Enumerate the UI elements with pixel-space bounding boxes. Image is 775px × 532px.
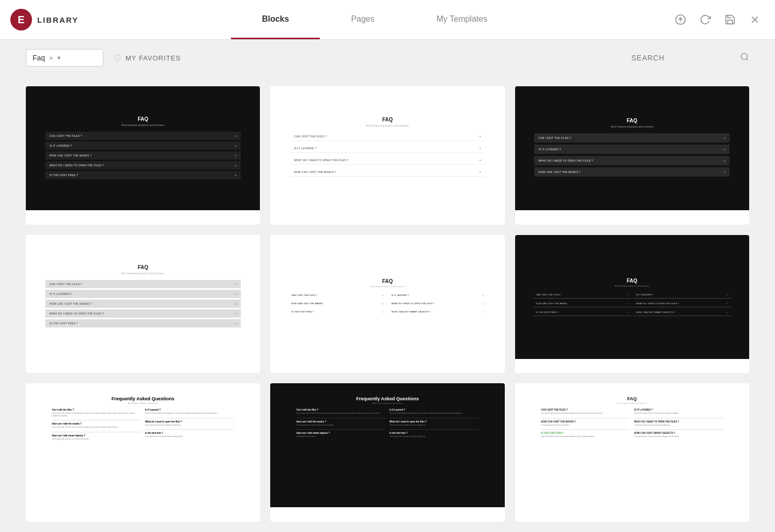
card3-row3: WHAT DO I NEED TO OPEN THE FILES ?+ (534, 156, 730, 165)
card1-subtitle: Most frequent questions and answers (45, 123, 241, 127)
card5-row4: WHAT DO I NEED TO OPEN THE FILES ?○ (388, 300, 487, 307)
card1-row5: IS THE FONT FREE ?+ (45, 171, 241, 179)
card6-row3: HOW CAN I EDIT THE MASKS○ (533, 300, 631, 307)
header: E LIBRARY Blocks Pages My Templates (0, 0, 775, 40)
logo-icon: E (10, 9, 32, 30)
svg-point-4 (741, 53, 747, 59)
card9-title: FAQ (541, 396, 723, 401)
category-clear[interactable]: × (49, 54, 53, 62)
tab-my-templates[interactable]: My Templates (406, 0, 518, 39)
card6-subtitle: Most frequent questions and answers (533, 285, 731, 287)
card7-title: Frequently Asked Questions (52, 396, 234, 401)
card7-subtitle: Most frequent questions and answers (52, 402, 234, 404)
category-dropdown-icon[interactable]: ▾ (57, 54, 60, 61)
card9-subtitle: Most frequent questions and answers (541, 402, 723, 404)
card2-title: FAQ (290, 117, 485, 122)
card4-row2: IS IT LAYERED ?+ (45, 290, 241, 298)
template-grid: FAQ Most frequent questions and answers … (0, 76, 775, 532)
card6-title: FAQ (533, 278, 731, 284)
card1-row1: CAN I EDIT THE FILES ?+ (45, 132, 241, 140)
favorites-label: MY FAVORITES (126, 54, 181, 62)
card5-subtitle: Most frequent questions and answers (288, 285, 487, 288)
card4-title: FAQ (45, 264, 241, 270)
upload-icon[interactable] (673, 12, 688, 27)
template-card-8[interactable]: Frequently Asked Questions Most frequent… (270, 383, 504, 522)
template-card-7[interactable]: Frequently Asked Questions Most frequent… (26, 383, 260, 522)
favorites-button[interactable]: ♡ MY FAVORITES (114, 53, 181, 63)
card3-subtitle: Most frequent questions and answers (534, 125, 730, 128)
card5-row3: HOW CAN I EDIT THE MASKS○ (288, 300, 386, 307)
category-select[interactable]: Faq × ▾ (26, 49, 103, 67)
card6-row2: IS IT LAYERED ?○ (633, 291, 732, 299)
card8-subtitle: Most frequent questions and answers (297, 402, 479, 404)
template-card-3[interactable]: FAQ Most frequent questions and answers … (515, 86, 749, 225)
header-icons (660, 12, 775, 27)
card3-row4: HOW CAN I EDIT THE MASKS ?+ (534, 167, 730, 177)
card4-subtitle: Most frequent questions and answers (45, 272, 241, 275)
card5-row6: HOW I CAN EDIT SMART OBJECTS ?○ (388, 308, 487, 315)
card2-row3: WHAT DO I NEED TO OPEN THE FILES ?+ (290, 156, 485, 165)
card4-row3: HOW CAN I EDIT THE MASKS ?+ (45, 300, 241, 308)
tab-pages[interactable]: Pages (320, 0, 405, 39)
logo-text: LIBRARY (37, 15, 79, 24)
heart-icon: ♡ (114, 53, 121, 63)
card4-row4: WHAT DO I NEED TO OPEN THE FILES ?+ (45, 309, 241, 318)
card4-row5: IS THE FONT FREE ?+ (45, 319, 241, 327)
card6-row1: CAN I EDIT THE FILES ?○ (533, 291, 631, 299)
search-input[interactable] (631, 54, 735, 62)
card5-row5: IS THE FONT FREE ?○ (288, 308, 386, 315)
card2-row4: HOW CAN I EDIT THE MASKS ?+ (290, 168, 485, 177)
save-icon[interactable] (723, 12, 737, 27)
template-card-4[interactable]: FAQ Most frequent questions and answers … (26, 235, 260, 373)
card4-row1: CAN I EDIT THE FILES ?+ (45, 280, 241, 288)
card1-title: FAQ (45, 116, 241, 122)
template-card-1[interactable]: FAQ Most frequent questions and answers … (26, 86, 260, 225)
svg-line-5 (746, 58, 748, 60)
card6-row4: WHAT DO I NEED TO OPEN THE FILES ?○ (633, 300, 732, 307)
card6-row5: IS THE FONT FREE ?○ (533, 309, 631, 316)
close-icon[interactable] (748, 12, 762, 27)
card5-row2: IS IT LAYERED ?○ (388, 292, 487, 299)
tab-blocks[interactable]: Blocks (231, 0, 320, 39)
card5-row1: CAN I EDIT THE FILES ?○ (288, 292, 386, 299)
card2-row2: IS IT LAYERED ?+ (290, 144, 485, 153)
card1-row2: IS IT LAYERED ?+ (45, 142, 241, 150)
card3-title: FAQ (534, 118, 730, 123)
card2-subtitle: Most frequent questions and answers (290, 124, 485, 127)
template-card-6[interactable]: FAQ Most frequent questions and answers … (515, 235, 749, 373)
template-card-5[interactable]: FAQ Most frequent questions and answers … (270, 235, 504, 373)
card2-row1: CAN I EDIT THE FILES ?+ (290, 132, 485, 141)
card3-row1: CAN I EDIT THE FILES ?+ (534, 133, 730, 143)
category-value: Faq (33, 54, 45, 62)
card5-title: FAQ (288, 278, 487, 284)
tabs-area: Blocks Pages My Templates (89, 0, 660, 39)
template-card-9[interactable]: FAQ Most frequent questions and answers … (515, 383, 749, 522)
card6-row6: HOW I CAN EDIT SMART OBJECTS ?○ (633, 309, 732, 316)
card1-row4: WHAT DO I NEED TO OPEN THE FILES ?+ (45, 161, 241, 169)
toolbar: Faq × ▾ ♡ MY FAVORITES (0, 40, 775, 76)
logo-area: E LIBRARY (0, 9, 89, 30)
template-card-2[interactable]: FAQ Most frequent questions and answers … (270, 86, 504, 225)
card1-row3: HOW CAN I EDIT THE MASKS ?+ (45, 151, 241, 160)
card3-row2: IS IT LAYERED ?+ (534, 145, 730, 154)
search-area (631, 52, 749, 64)
search-icon[interactable] (740, 52, 749, 64)
card8-title: Frequently Asked Questions (297, 396, 479, 401)
refresh-icon[interactable] (698, 12, 712, 27)
